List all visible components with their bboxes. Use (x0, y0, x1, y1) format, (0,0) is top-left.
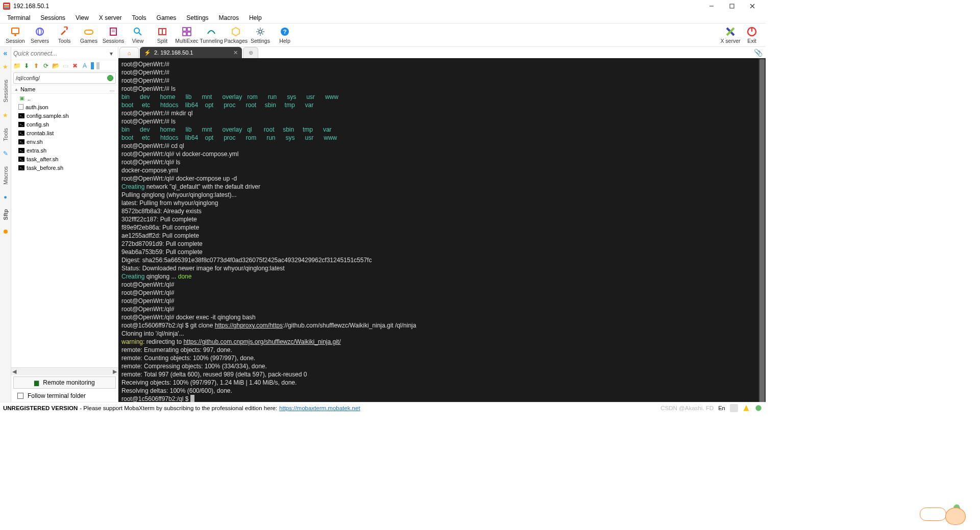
list-item[interactable]: auth.json (11, 103, 118, 111)
shell-icon: >_ (18, 148, 24, 153)
file-name: task_before.sh (27, 165, 63, 171)
toolbar-tunneling[interactable]: Tunneling (199, 27, 224, 44)
file-name: crontab.list (27, 130, 54, 136)
toolbar-view[interactable]: View (126, 27, 150, 44)
sftp-path[interactable]: /ql/config/ (14, 75, 107, 81)
toolbar-settings[interactable]: Settings (248, 27, 273, 44)
terminal[interactable]: root@OpenWrt:/# root@OpenWrt:/# root@Ope… (118, 58, 758, 402)
toggle-icon[interactable] (91, 62, 94, 69)
toolbar-label: X server (720, 38, 740, 44)
header-chevron: ▲ (14, 87, 18, 92)
purchase-link[interactable]: https://mobaxterm.mobatek.net (279, 405, 360, 411)
help-icon: ? (280, 27, 290, 37)
toolbar-label: Split (157, 38, 167, 44)
toolbar-label: Session (6, 38, 24, 44)
close-button[interactable] (742, 0, 763, 12)
tab-new[interactable]: ⊕ (243, 47, 258, 58)
packages-icon (231, 27, 241, 37)
side-tab-sftp[interactable]: Sftp (2, 206, 10, 223)
multiexec-icon (182, 27, 192, 37)
list-item[interactable]: >_task_after.sh (11, 155, 118, 163)
star-icon: ★ (3, 63, 8, 70)
list-item[interactable]: >_config.sample.sh (11, 111, 118, 120)
menu-settings[interactable]: Settings (181, 13, 213, 22)
svg-point-11 (38, 28, 41, 35)
menu-games[interactable]: Games (152, 13, 182, 22)
file-name: auth.json (26, 104, 48, 110)
list-item[interactable]: >_extra.sh (11, 146, 118, 155)
file-list-header[interactable]: ▲Name … (11, 85, 118, 94)
toolbar-games[interactable]: Games (77, 27, 101, 44)
pencil-icon: ✎ (3, 150, 8, 157)
menu-help[interactable]: Help (244, 13, 267, 22)
toolbar-exit[interactable]: Exit (741, 27, 763, 44)
svg-line-17 (139, 33, 141, 35)
menu-x-server[interactable]: X server (94, 13, 127, 22)
terminal-scrollbar[interactable] (758, 58, 766, 402)
svg-rect-2 (4, 6, 9, 7)
folder-up-icon[interactable]: 📁 (13, 62, 20, 69)
menubar: TerminalSessionsViewX serverToolsGamesSe… (0, 12, 766, 23)
chevron-left-icon[interactable]: « (4, 49, 8, 57)
list-item[interactable]: >_crontab.list (11, 129, 118, 137)
toolbar-session[interactable]: Session (3, 27, 28, 44)
servers-icon (35, 27, 45, 37)
refresh-icon[interactable]: ⟳ (42, 62, 50, 69)
side-tab-macros[interactable]: Macros (2, 163, 10, 188)
toolbar-xserver[interactable]: X server (720, 27, 741, 44)
toolbar-tools[interactable]: Tools (52, 27, 77, 44)
list-item[interactable]: >_env.sh (11, 137, 118, 146)
file-list: ▣.. auth.json>_config.sample.sh>_config.… (11, 94, 118, 367)
file-name: task_after.sh (27, 156, 58, 162)
new-file-icon[interactable]: ▭ (62, 62, 69, 69)
unregistered-label: UNREGISTERED VERSION (3, 405, 78, 411)
svg-rect-3 (4, 7, 9, 8)
quick-connect-input[interactable] (13, 48, 107, 59)
toolbar-label: Tunneling (200, 38, 223, 44)
menu-macros[interactable]: Macros (214, 13, 244, 22)
close-icon[interactable]: ✕ (233, 49, 238, 56)
download-icon[interactable]: ⬇ (23, 62, 30, 69)
menu-tools[interactable]: Tools (127, 13, 152, 22)
toolbar: SessionServersToolsGamesSessionsViewSpli… (0, 23, 766, 47)
tab-home[interactable]: ⌂ (119, 47, 139, 58)
toolbar-sessions[interactable]: Sessions (101, 27, 126, 44)
rename-icon[interactable]: A (81, 62, 88, 69)
list-item[interactable]: >_config.sh (11, 120, 118, 129)
toolbar-packages[interactable]: Packages (224, 27, 248, 44)
maximize-button[interactable] (722, 0, 742, 12)
list-item[interactable]: ▣.. (11, 94, 118, 103)
sftp-panel: ▾ 📁 ⬇ ⬆ ⟳ 📂 ▭ ✖ A /ql/config/ ▲Name … ▣.… (11, 47, 118, 402)
delete-icon[interactable]: ✖ (71, 62, 79, 69)
new-folder-icon[interactable]: 📂 (52, 62, 59, 69)
toolbar-split[interactable]: Split (150, 27, 175, 44)
side-tab-tools[interactable]: Tools (2, 125, 10, 144)
remote-monitoring-button[interactable]: ▆ Remote monitoring (13, 376, 116, 389)
lang-indicator[interactable]: En (718, 404, 726, 412)
toolbar-label: Help (279, 38, 290, 44)
toggle-icon[interactable] (96, 62, 100, 69)
upload-icon[interactable]: ⬆ (33, 62, 40, 69)
toolbar-servers[interactable]: Servers (28, 27, 52, 44)
toolbar-multiexec[interactable]: MultiExec (175, 27, 199, 44)
shell-icon: >_ (18, 165, 24, 170)
svg-text:?: ? (283, 29, 287, 35)
follow-checkbox[interactable] (17, 393, 23, 399)
menu-sessions[interactable]: Sessions (35, 13, 70, 22)
side-tab-sessions[interactable]: Sessions (2, 77, 10, 106)
sftp-path-row: /ql/config/ (13, 72, 116, 84)
chevron-down-icon[interactable]: ▾ (107, 50, 116, 57)
paperclip-icon[interactable]: 📎 (754, 48, 763, 57)
h-scrollbar[interactable]: ◀▶ (11, 367, 118, 375)
minimize-button[interactable] (701, 0, 722, 12)
star-icon: ★ (3, 112, 8, 119)
toolbar-help[interactable]: ?Help (273, 27, 297, 44)
svg-rect-12 (85, 30, 93, 34)
menu-terminal[interactable]: Terminal (2, 13, 35, 22)
tab-session[interactable]: ⚡ 2. 192.168.50.1 ✕ (140, 47, 242, 58)
list-item[interactable]: >_task_before.sh (11, 163, 118, 172)
lightning-icon: ⚡ (144, 49, 151, 56)
menu-view[interactable]: View (70, 13, 94, 22)
toolbar-label: Games (80, 38, 97, 44)
toolbar-label: Settings (251, 38, 270, 44)
